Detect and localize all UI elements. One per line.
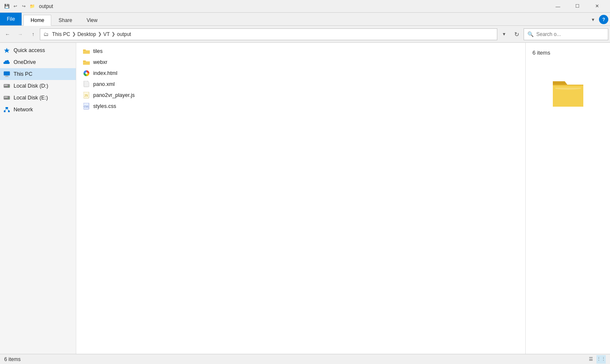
search-input[interactable] [536, 31, 604, 37]
preview-panel: 6 items [525, 43, 610, 354]
sidebar-item-network[interactable]: Network [0, 104, 76, 116]
undo-icon[interactable]: ↩ [12, 3, 19, 10]
tab-file[interactable]: File [0, 13, 22, 25]
status-bar: 6 items ☰ ⋮⋮ [0, 354, 610, 364]
svg-point-6 [8, 86, 9, 87]
file-item-pano-xml[interactable]: pano.xml [81, 79, 520, 89]
path-output[interactable]: output [117, 31, 131, 37]
sidebar-item-quick-access[interactable]: Quick access [0, 44, 76, 56]
redo-icon[interactable]: ↪ [20, 3, 27, 10]
this-pc-label: This PC [14, 71, 32, 77]
svg-rect-5 [4, 85, 8, 86]
view-details-button[interactable]: ⋮⋮ [596, 355, 606, 364]
css-file-icon: CSS [83, 103, 90, 110]
svg-rect-3 [5, 77, 9, 77]
close-button[interactable]: ✕ [587, 0, 607, 13]
address-path[interactable]: 🗂 This PC ❯ Desktop ❯ VT ❯ output [40, 28, 497, 40]
svg-marker-0 [4, 48, 10, 53]
file-item-pano2vr-player-js[interactable]: JS pano2vr_player.js [81, 90, 520, 100]
view-list-button[interactable]: ☰ [586, 355, 596, 364]
svg-rect-2 [6, 76, 8, 77]
preview-item-count: 6 items [532, 50, 550, 56]
folder-webxr-icon [83, 59, 90, 66]
help-button[interactable]: ? [599, 15, 608, 24]
sidebar-item-onedrive[interactable]: OneDrive [0, 56, 76, 68]
svg-line-14 [7, 109, 9, 110]
file-name-styles-css: styles.css [93, 103, 116, 109]
address-dropdown-button[interactable]: ▼ [498, 28, 510, 40]
file-area: tiles webxr index.html [76, 43, 525, 354]
svg-point-9 [8, 98, 9, 99]
html-file-icon [83, 70, 90, 77]
star-icon [3, 47, 10, 54]
address-bar: ← → ↑ 🗂 This PC ❯ Desktop ❯ VT ❯ output … [0, 26, 610, 43]
breadcrumb: 🗂 This PC ❯ Desktop ❯ VT ❯ output [44, 31, 131, 37]
folder-tiles-icon [83, 48, 90, 55]
disk-e-icon [3, 94, 10, 101]
ribbon-expand-button[interactable]: ▼ [587, 14, 599, 25]
save-icon[interactable]: 💾 [3, 3, 10, 10]
title-bar-icons: 💾 ↩ ↪ 📁 [3, 3, 36, 10]
file-item-webxr[interactable]: webxr [81, 57, 520, 67]
network-icon [3, 106, 10, 113]
xml-file-icon [83, 81, 90, 88]
sidebar-item-local-disk-d[interactable]: Local Disk (D:) [0, 80, 76, 92]
main-content: Quick access OneDrive This PC [0, 43, 610, 354]
sidebar-item-this-pc[interactable]: This PC [0, 68, 76, 80]
local-disk-d-label: Local Disk (D:) [14, 83, 48, 89]
quick-access-label: Quick access [14, 47, 45, 53]
file-name-pano-xml: pano.xml [93, 81, 115, 87]
status-view-controls: ☰ ⋮⋮ [586, 355, 606, 364]
tab-home[interactable]: Home [23, 15, 51, 26]
file-item-tiles[interactable]: tiles [81, 46, 520, 56]
svg-rect-11 [4, 110, 6, 112]
breadcrumb-icon: 🗂 [44, 31, 49, 37]
preview-folder-icon [551, 73, 585, 111]
svg-rect-12 [8, 110, 10, 112]
disk-d-icon [3, 83, 10, 89]
path-this-pc[interactable]: This PC [52, 31, 70, 37]
svg-line-13 [5, 109, 7, 110]
file-name-index-html: index.html [93, 70, 117, 76]
sidebar-item-local-disk-e[interactable]: Local Disk (E:) [0, 92, 76, 104]
svg-rect-4 [4, 84, 10, 88]
tab-view[interactable]: View [79, 14, 105, 25]
svg-rect-7 [4, 96, 10, 99]
tab-share[interactable]: Share [51, 14, 79, 25]
local-disk-e-label: Local Disk (E:) [14, 95, 48, 101]
ribbon-tabs: File Home Share View ▼ ? [0, 13, 610, 25]
file-list: tiles webxr index.html [81, 46, 520, 111]
window-controls: — ☐ ✕ [548, 0, 607, 13]
svg-rect-10 [6, 107, 8, 109]
file-name-pano2vr-player-js: pano2vr_player.js [93, 92, 135, 98]
path-vt[interactable]: VT [103, 31, 110, 37]
path-desktop[interactable]: Desktop [78, 31, 96, 37]
status-item-count: 6 items [4, 356, 21, 362]
up-button[interactable]: ↑ [27, 28, 39, 40]
search-box[interactable]: 🔍 [524, 28, 608, 40]
ribbon: File Home Share View ▼ ? [0, 13, 610, 26]
svg-rect-8 [4, 97, 8, 98]
svg-text:CSS: CSS [84, 105, 89, 108]
minimize-button[interactable]: — [548, 0, 568, 13]
folder-icon: 📁 [29, 3, 36, 10]
maximize-button[interactable]: ☐ [568, 0, 587, 13]
file-name-webxr: webxr [93, 59, 107, 65]
file-item-index-html[interactable]: index.html [81, 68, 520, 78]
file-name-tiles: tiles [93, 48, 103, 54]
search-icon: 🔍 [527, 31, 534, 37]
cloud-icon [3, 59, 10, 66]
network-label: Network [14, 107, 33, 113]
back-button[interactable]: ← [2, 28, 14, 40]
computer-icon [3, 71, 10, 77]
onedrive-label: OneDrive [14, 59, 36, 65]
refresh-button[interactable]: ↻ [511, 28, 523, 40]
file-item-styles-css[interactable]: CSS styles.css [81, 101, 520, 111]
forward-button[interactable]: → [14, 28, 26, 40]
sidebar: Quick access OneDrive This PC [0, 43, 76, 354]
title-bar: 💾 ↩ ↪ 📁 output — ☐ ✕ [0, 0, 610, 13]
window-title: output [39, 3, 548, 9]
svg-text:JS: JS [84, 94, 88, 97]
svg-rect-1 [4, 72, 10, 75]
js-file-icon: JS [83, 92, 90, 99]
